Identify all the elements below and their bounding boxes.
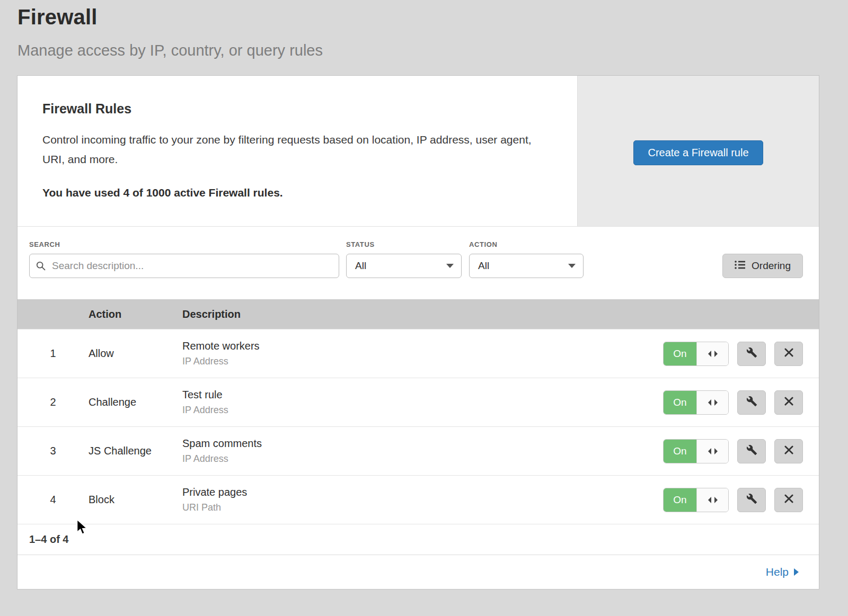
- toggle-on-button[interactable]: On: [664, 440, 696, 463]
- table-row: 3 JS Challenge Spam comments IP Address …: [17, 426, 819, 475]
- firewall-rules-card: Firewall Rules Control incoming traffic …: [17, 76, 819, 227]
- rule-toggle: On: [663, 342, 729, 366]
- rule-match-type: IP Address: [182, 405, 663, 416]
- status-label: STATUS: [346, 240, 462, 248]
- rule-controls: On: [663, 390, 819, 415]
- reorder-arrows-button[interactable]: [696, 391, 728, 414]
- rule-match-type: URI Path: [182, 502, 663, 513]
- delete-rule-button[interactable]: [774, 342, 803, 366]
- rule-action: Allow: [89, 347, 182, 360]
- rule-controls: On: [663, 488, 819, 512]
- rule-toggle: On: [663, 439, 729, 463]
- action-selected-value: All: [478, 260, 489, 272]
- table-row: 2 Challenge Test rule IP Address On: [17, 378, 819, 426]
- wrench-icon: [746, 396, 757, 409]
- search-input[interactable]: [29, 254, 339, 278]
- chevron-down-icon: [568, 264, 576, 268]
- reorder-arrows-button[interactable]: [696, 488, 728, 512]
- wrench-icon: [746, 444, 757, 458]
- panel-footer: Help: [17, 555, 819, 589]
- rule-description-title: Spam comments: [182, 438, 663, 450]
- close-icon: [784, 397, 793, 408]
- close-icon: [784, 348, 793, 359]
- status-select[interactable]: All: [346, 254, 462, 278]
- search-input-wrap: [29, 254, 339, 278]
- table-row: 4 Block Private pages URI Path On: [17, 475, 819, 524]
- action-label: ACTION: [469, 240, 584, 248]
- toggle-on-button[interactable]: On: [664, 342, 696, 365]
- page-subtitle: Manage access by IP, country, or query r…: [17, 42, 848, 59]
- firewall-rules-info: Firewall Rules Control incoming traffic …: [17, 76, 577, 226]
- rule-priority: 3: [17, 445, 89, 457]
- rule-description-title: Remote workers: [182, 340, 663, 352]
- toggle-on-button[interactable]: On: [664, 391, 696, 414]
- rule-match-type: IP Address: [182, 453, 663, 465]
- help-link-label: Help: [766, 566, 789, 578]
- card-title: Firewall Rules: [42, 101, 552, 117]
- close-icon: [784, 494, 793, 505]
- pagination-bar: 1–4 of 4: [17, 524, 819, 555]
- ordering-button-label: Ordering: [752, 260, 791, 272]
- search-label: SEARCH: [29, 240, 339, 248]
- create-rule-panel: Create a Firewall rule: [577, 76, 819, 226]
- create-firewall-rule-button[interactable]: Create a Firewall rule: [633, 140, 763, 165]
- rule-action: JS Challenge: [89, 445, 182, 457]
- rule-priority: 4: [17, 494, 89, 506]
- status-selected-value: All: [355, 260, 366, 272]
- rule-description: Private pages URI Path: [182, 486, 663, 513]
- page-title: Firewall: [17, 5, 848, 29]
- edit-rule-button[interactable]: [737, 390, 766, 415]
- action-select[interactable]: All: [469, 254, 584, 278]
- firewall-panel: Firewall Rules Control incoming traffic …: [17, 76, 819, 589]
- rule-description-title: Private pages: [182, 486, 663, 498]
- rule-toggle: On: [663, 390, 729, 415]
- pagination-text: 1–4 of 4: [29, 533, 68, 546]
- rule-description: Remote workers IP Address: [182, 340, 663, 367]
- card-description: Control incoming traffic to your zone by…: [42, 130, 543, 169]
- rule-controls: On: [663, 439, 819, 463]
- rule-match-type: IP Address: [182, 356, 663, 367]
- edit-rule-button[interactable]: [737, 342, 766, 366]
- reorder-arrows-button[interactable]: [696, 440, 728, 463]
- column-description: Description: [182, 308, 819, 320]
- search-icon: [36, 261, 46, 273]
- arrow-right-icon: [794, 568, 799, 576]
- wrench-icon: [746, 493, 757, 506]
- reorder-arrows-button[interactable]: [696, 342, 728, 365]
- rule-description: Spam comments IP Address: [182, 438, 663, 465]
- rule-toggle: On: [663, 488, 729, 512]
- ordering-button[interactable]: Ordering: [722, 254, 803, 278]
- column-action: Action: [89, 308, 182, 320]
- rules-usage-text: You have used 4 of 1000 active Firewall …: [42, 186, 552, 199]
- delete-rule-button[interactable]: [774, 488, 803, 512]
- table-header: Action Description: [17, 299, 819, 329]
- rule-priority: 2: [17, 396, 89, 408]
- action-filter-group: ACTION All: [469, 240, 584, 278]
- filters-bar: SEARCH STATUS All ACTION All: [17, 227, 819, 299]
- status-filter-group: STATUS All: [346, 240, 462, 278]
- ordering-list-icon: [735, 260, 745, 272]
- rule-action: Challenge: [89, 396, 182, 408]
- search-filter-group: SEARCH: [29, 240, 339, 278]
- wrench-icon: [746, 347, 757, 360]
- rule-description: Test rule IP Address: [182, 389, 663, 416]
- delete-rule-button[interactable]: [774, 439, 803, 463]
- rule-controls: On: [663, 342, 819, 366]
- page-header: Firewall Manage access by IP, country, o…: [0, 0, 848, 59]
- delete-rule-button[interactable]: [774, 390, 803, 415]
- close-icon: [784, 445, 793, 457]
- table-row: 1 Allow Remote workers IP Address On: [17, 329, 819, 378]
- rule-action: Block: [89, 494, 182, 506]
- help-link[interactable]: Help: [766, 566, 799, 578]
- rule-priority: 1: [17, 347, 89, 360]
- rule-description-title: Test rule: [182, 389, 663, 401]
- chevron-down-icon: [446, 264, 454, 268]
- edit-rule-button[interactable]: [737, 439, 766, 463]
- edit-rule-button[interactable]: [737, 488, 766, 512]
- toggle-on-button[interactable]: On: [664, 488, 696, 512]
